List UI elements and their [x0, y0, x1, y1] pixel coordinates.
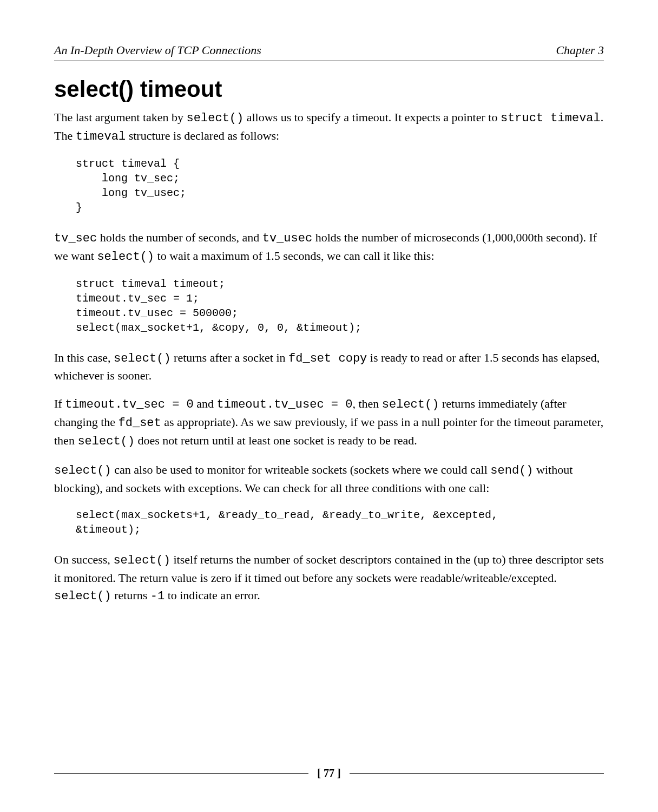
inline-code: select() — [187, 112, 244, 125]
page-header: An In-Depth Overview of TCP Connections … — [54, 43, 604, 61]
inline-code: tv_usec — [262, 232, 312, 245]
inline-code: timeval — [76, 130, 126, 143]
page-footer: [ 77 ] — [54, 767, 604, 780]
header-left: An In-Depth Overview of TCP Connections — [54, 43, 261, 57]
footer-rule-left — [54, 773, 308, 774]
text: The last argument taken by — [54, 110, 187, 124]
inline-code: timeout.tv_sec = 0 — [65, 398, 194, 411]
paragraph-2: tv_sec holds the number of seconds, and … — [54, 229, 604, 266]
inline-code: select() — [113, 554, 170, 567]
text: structure is declared as follows: — [126, 129, 279, 142]
text: and — [194, 397, 217, 410]
code-block-select: select(max_sockets+1, &ready_to_read, &r… — [76, 508, 604, 537]
header-right: Chapter 3 — [556, 43, 604, 57]
paragraph-6: On success, select() itself returns the … — [54, 551, 604, 605]
inline-code: send() — [490, 464, 533, 477]
inline-code: struct timeval — [501, 112, 601, 125]
text: returns — [111, 588, 150, 602]
inline-code: select() — [77, 435, 135, 448]
text: returns after a socket in — [171, 351, 288, 364]
inline-code: -1 — [150, 590, 164, 603]
page-number: [ 77 ] — [308, 767, 349, 780]
inline-code: fd_set — [119, 416, 161, 430]
text: to indicate an error. — [164, 588, 260, 602]
text: In this case, — [54, 351, 114, 364]
inline-code: select() — [54, 464, 111, 477]
code-block-struct: struct timeval { long tv_sec; long tv_us… — [76, 156, 604, 215]
code-block-timeout: struct timeval timeout; timeout.tv_sec =… — [76, 277, 604, 335]
inline-code: fd_set copy — [288, 352, 367, 365]
inline-code: timeout.tv_usec = 0 — [217, 398, 353, 411]
paragraph-4: If timeout.tv_sec = 0 and timeout.tv_use… — [54, 395, 604, 450]
inline-code: select() — [382, 398, 439, 411]
paragraph-5: select() can also be used to monitor for… — [54, 461, 604, 497]
inline-code: select() — [97, 250, 154, 264]
inline-code: select() — [54, 590, 111, 603]
text: to wait a maximum of 1.5 seconds, we can… — [154, 249, 435, 263]
text: If — [54, 397, 65, 410]
footer-rule-right — [350, 773, 604, 774]
text: can also be used to monitor for writeabl… — [111, 463, 491, 476]
section-title: select() timeout — [54, 76, 604, 102]
text: On success, — [54, 553, 113, 566]
text: holds the number of seconds, and — [97, 231, 262, 244]
inline-code: select() — [114, 352, 171, 365]
text: , then — [352, 397, 381, 410]
paragraph-3: In this case, select() returns after a s… — [54, 349, 604, 385]
page: An In-Depth Overview of TCP Connections … — [0, 0, 658, 812]
inline-code: tv_sec — [54, 232, 97, 245]
text: does not return until at least one socke… — [135, 434, 417, 447]
paragraph-1: The last argument taken by select() allo… — [54, 109, 604, 146]
text: allows us to specify a timeout. It expec… — [244, 110, 501, 124]
